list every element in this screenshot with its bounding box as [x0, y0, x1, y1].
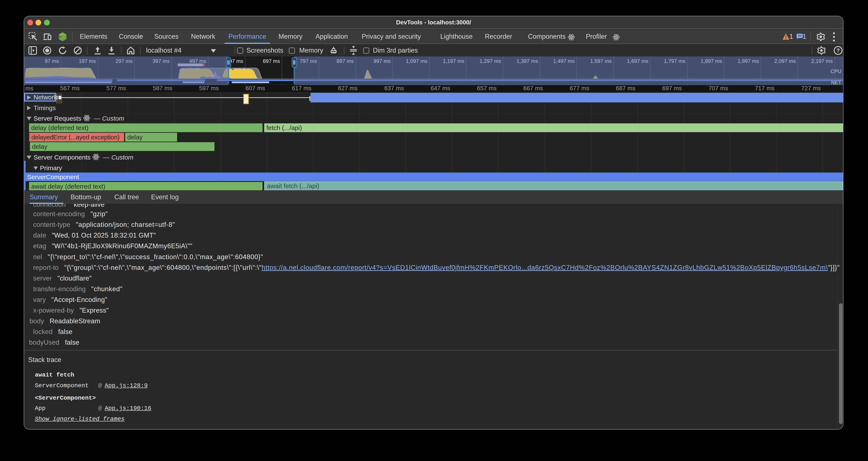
svg-text:?: ?	[836, 47, 840, 54]
